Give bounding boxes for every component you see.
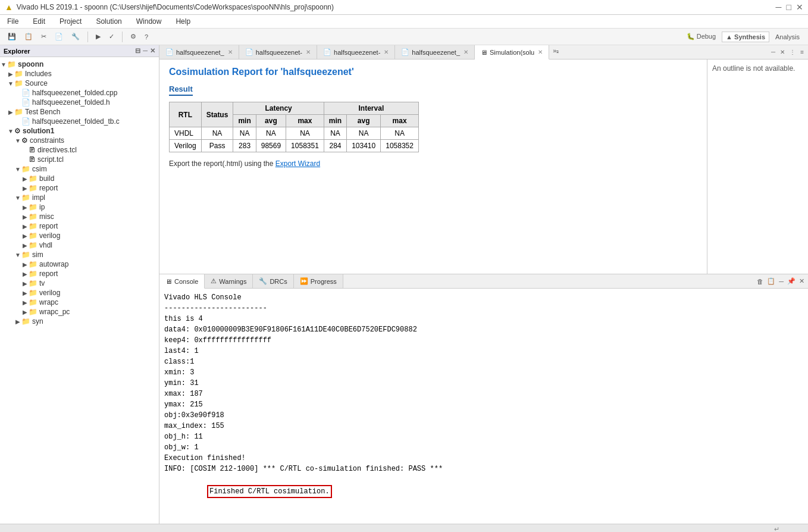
bottom-tab-1[interactable]: ⚠ Warnings	[205, 274, 253, 288]
toolbar-btn-settings[interactable]: ⚙	[127, 31, 139, 42]
console-close-btn[interactable]: ✕	[798, 276, 806, 286]
tree-toggle[interactable]: ▶	[14, 318, 21, 325]
toolbar-btn-1[interactable]: 💾	[5, 31, 19, 42]
tree-toggle[interactable]: ▶	[21, 299, 29, 306]
tree-item[interactable]: ▼⚙solution1	[0, 126, 159, 136]
toolbar-btn-4[interactable]: 📄	[52, 31, 66, 42]
tab-close-all-btn[interactable]: ✕	[778, 48, 787, 56]
synthesis-tab[interactable]: ▲ Synthesis	[722, 32, 769, 42]
tree-item[interactable]: ▶📁report	[0, 269, 159, 278]
tab-close-3[interactable]: ✕	[463, 49, 468, 55]
console-clear-btn[interactable]: 🗑	[756, 277, 765, 286]
toolbar-btn-2[interactable]: 📋	[21, 31, 36, 42]
tree-item[interactable]: 📄halfsqueezenet_folded.cpp	[0, 88, 159, 98]
tree-toggle[interactable]: ▶	[21, 204, 29, 211]
tree-item[interactable]: ▶📁tv	[0, 278, 159, 288]
tree-item[interactable]: 📄halfsqueezenet_folded.h	[0, 98, 159, 107]
tree-toggle[interactable]: ▼	[0, 61, 7, 68]
tabs-overflow[interactable]: »₂	[549, 45, 562, 59]
tab-3[interactable]: 📄halfsqueezenet_✕	[395, 45, 475, 59]
return-arrow-icon[interactable]: ↵	[774, 525, 779, 533]
tree-item[interactable]: ▼⚙constraints	[0, 136, 159, 145]
tree-toggle[interactable]: ▶	[21, 176, 29, 182]
tree-toggle[interactable]: ▶	[21, 185, 29, 192]
menu-edit[interactable]: Edit	[30, 16, 48, 27]
tree-item[interactable]: ▶📁verilog	[0, 288, 159, 298]
tab-pin-btn[interactable]: ─	[769, 48, 777, 56]
console-pin-btn[interactable]: 📌	[786, 276, 797, 286]
tree-toggle[interactable]: ▶	[21, 261, 29, 268]
explorer-tree[interactable]: ▼📁spoonn▶📁Includes▼📁Source📄halfsqueezene…	[0, 57, 159, 524]
menu-help[interactable]: Help	[173, 16, 193, 27]
menu-file[interactable]: File	[5, 16, 21, 27]
tab-close-4[interactable]: ✕	[538, 49, 543, 55]
toolbar-btn-5[interactable]: 🔧	[68, 31, 83, 42]
tab-close-0[interactable]: ✕	[228, 49, 233, 55]
tree-item[interactable]: 🖹directives.tcl	[0, 145, 159, 155]
tree-item[interactable]: ▼📁spoonn	[0, 60, 159, 69]
tree-item[interactable]: ▶📁Includes	[0, 69, 159, 79]
tree-toggle[interactable]: ▼	[7, 80, 14, 87]
tree-toggle[interactable]: ▶	[7, 109, 14, 115]
tree-item[interactable]: ▶📁verilog	[0, 231, 159, 240]
tree-toggle[interactable]: ▼	[14, 137, 21, 144]
tab-0[interactable]: 📄halfsqueezenet_✕	[159, 45, 239, 59]
collapse-all-icon[interactable]: ⊟	[135, 47, 140, 55]
tree-toggle[interactable]: ▼	[14, 195, 21, 201]
tree-toggle[interactable]: ▶	[21, 290, 29, 296]
tree-item[interactable]: 🖹script.tcl	[0, 155, 159, 164]
pin-icon[interactable]: ─	[143, 47, 148, 55]
tree-toggle[interactable]: ▶	[7, 71, 14, 77]
debug-tab[interactable]: 🐛 Debug	[683, 32, 719, 42]
tree-item[interactable]: ▶📁syn	[0, 317, 159, 326]
console-copy-btn[interactable]: 📋	[766, 276, 776, 286]
toolbar-btn-3[interactable]: ✂	[38, 31, 49, 42]
tree-item[interactable]: ▼📁impl	[0, 193, 159, 202]
tree-item[interactable]: ▶📁Test Bench	[0, 107, 159, 117]
bottom-tab-0[interactable]: 🖥 Console	[159, 274, 205, 289]
tree-item[interactable]: ▼📁csim	[0, 164, 159, 174]
tree-item[interactable]: ▶📁ip	[0, 202, 159, 212]
explorer-close-icon[interactable]: ✕	[150, 47, 155, 55]
tree-item[interactable]: ▼📁sim	[0, 250, 159, 259]
menu-window[interactable]: Window	[134, 16, 164, 27]
tree-item[interactable]: ▼📁Source	[0, 79, 159, 88]
tree-toggle[interactable]: ▶	[21, 223, 29, 230]
tab-4[interactable]: 🖥Simulation(solu✕	[475, 45, 549, 60]
tree-toggle[interactable]: ▶	[21, 233, 29, 239]
tab-2[interactable]: 📄halfsqueezenet-✕	[317, 45, 395, 59]
maximize-button[interactable]: □	[787, 2, 791, 12]
tree-item[interactable]: ▶📁misc	[0, 212, 159, 221]
tree-item[interactable]: ▶📁autowrap	[0, 259, 159, 269]
tree-item[interactable]: ▶📁report	[0, 221, 159, 231]
tree-item[interactable]: ▶📁vhdl	[0, 240, 159, 250]
tree-item[interactable]: ▶📁wrapc_pc	[0, 307, 159, 317]
menu-solution[interactable]: Solution	[93, 16, 124, 27]
console-minimize-btn[interactable]: ─	[778, 277, 785, 286]
tree-toggle[interactable]: ▶	[21, 214, 29, 220]
minimize-button[interactable]: ─	[776, 2, 782, 12]
tab-close-2[interactable]: ✕	[384, 49, 389, 55]
toolbar-btn-check[interactable]: ✓	[106, 31, 117, 42]
analysis-tab[interactable]: Analysis	[772, 32, 803, 42]
tree-item[interactable]: ▶📁build	[0, 174, 159, 183]
tree-toggle[interactable]: ▶	[21, 271, 29, 277]
toolbar-btn-help[interactable]: ?	[142, 32, 151, 42]
window-controls[interactable]: ─ □ ✕	[776, 2, 803, 12]
tab-1[interactable]: 📄halfsqueezenet-✕	[239, 45, 317, 59]
menu-project[interactable]: Project	[57, 16, 84, 27]
export-wizard-link[interactable]: Export Wizard	[275, 159, 320, 168]
tree-toggle[interactable]: ▼	[14, 166, 21, 173]
close-button[interactable]: ✕	[796, 2, 803, 12]
bottom-tab-2[interactable]: 🔧 DRCs	[253, 274, 293, 288]
bottom-tab-3[interactable]: ⏩ Progress	[294, 274, 343, 288]
tree-item[interactable]: ▶📁wrapc	[0, 298, 159, 307]
tree-toggle[interactable]: ▶	[21, 242, 29, 249]
tree-toggle[interactable]: ▼	[14, 252, 21, 258]
tab-new-btn[interactable]: ≡	[798, 48, 806, 56]
tab-close-1[interactable]: ✕	[306, 49, 311, 55]
toolbar-btn-run[interactable]: ▶	[93, 31, 104, 42]
tree-toggle[interactable]: ▶	[21, 280, 29, 287]
tree-item[interactable]: ▶📁report	[0, 183, 159, 193]
tree-toggle[interactable]: ▶	[21, 309, 29, 315]
